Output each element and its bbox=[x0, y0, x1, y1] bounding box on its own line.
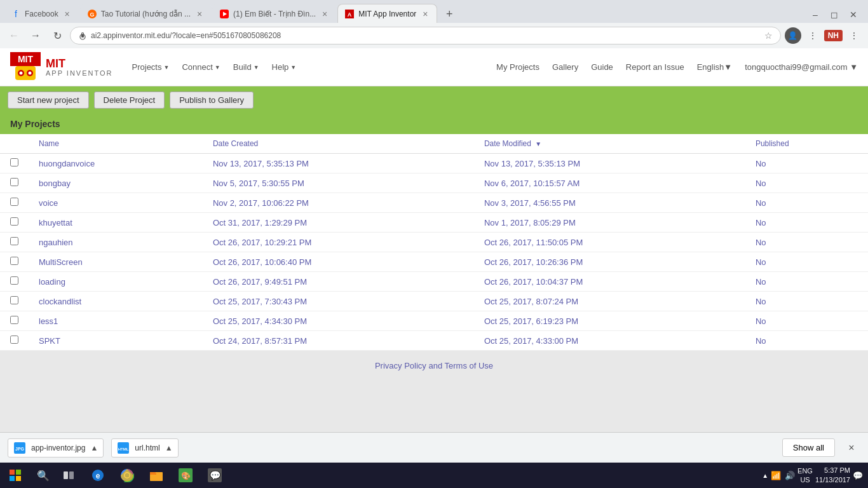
delete-project-button[interactable]: Delete Project bbox=[94, 92, 165, 109]
date-modified-column-header[interactable]: Date Modified ▼ bbox=[474, 134, 745, 154]
project-name-link[interactable]: ngauhien bbox=[39, 238, 73, 247]
nav-english[interactable]: English▼ bbox=[697, 62, 733, 72]
row-checkbox-4[interactable] bbox=[10, 237, 18, 245]
project-name-link[interactable]: bongbay bbox=[39, 179, 71, 188]
account-button[interactable]: 👤 bbox=[785, 27, 801, 44]
nav-connect[interactable]: Connect ▼ bbox=[182, 62, 220, 72]
nav-right: My Projects Gallery Guide Report an Issu… bbox=[496, 62, 858, 72]
download-expand-jpg[interactable]: ▲ bbox=[90, 444, 98, 452]
back-button[interactable]: ← bbox=[5, 27, 23, 44]
row-checkbox-5[interactable] bbox=[10, 257, 18, 265]
tab-close-app-inventor[interactable]: × bbox=[420, 9, 430, 19]
row-checkbox-8[interactable] bbox=[10, 316, 18, 324]
tab-youtube[interactable]: (1) Em Biết - Trịnh Đìn... × bbox=[212, 4, 337, 23]
menu-button[interactable]: ⋮ bbox=[845, 27, 863, 44]
taskbar-file-explorer[interactable] bbox=[142, 463, 170, 488]
nav-build[interactable]: Build ▼ bbox=[233, 62, 259, 72]
profile-badge[interactable]: NH bbox=[824, 30, 843, 41]
project-name-link[interactable]: SPKT bbox=[39, 336, 60, 346]
nav-guide[interactable]: Guide bbox=[591, 62, 613, 72]
new-tab-button[interactable]: + bbox=[440, 5, 458, 23]
row-checkbox-cell[interactable] bbox=[0, 292, 29, 311]
date-created-column-header[interactable]: Date Created bbox=[203, 134, 474, 154]
row-checkbox-1[interactable] bbox=[10, 178, 18, 186]
search-button[interactable]: 🔍 bbox=[31, 463, 56, 488]
nav-my-projects[interactable]: My Projects bbox=[496, 62, 539, 72]
select-all-header[interactable] bbox=[0, 134, 29, 154]
name-column-header[interactable]: Name bbox=[29, 134, 203, 154]
start-button[interactable] bbox=[0, 463, 31, 488]
tab-facebook[interactable]: f Facebook × bbox=[4, 4, 79, 23]
address-bar[interactable]: ai2.appinventor.mit.edu/?locale=en#50516… bbox=[70, 27, 781, 44]
user-email[interactable]: tongquocthai99@gmail.com ▼ bbox=[745, 62, 858, 72]
minimize-button[interactable]: – bbox=[807, 6, 824, 23]
taskbar-notification[interactable]: 💬 bbox=[201, 463, 229, 488]
tray-expand-arrow[interactable]: ▲ bbox=[762, 472, 768, 479]
show-all-button[interactable]: Show all bbox=[782, 438, 835, 457]
app-navbar: MIT MIT APP INVENTOR Projects ▼ bbox=[0, 48, 868, 86]
row-checkbox-cell[interactable] bbox=[0, 331, 29, 351]
privacy-policy-link[interactable]: Privacy Policy and Terms of Use bbox=[375, 361, 493, 370]
extensions-button[interactable]: ⋮ bbox=[804, 27, 822, 44]
forward-button[interactable]: → bbox=[27, 27, 44, 44]
nav-report-issue[interactable]: Report an Issue bbox=[626, 62, 684, 72]
download-expand-html[interactable]: ▲ bbox=[165, 444, 173, 452]
nav-connect-label: Connect bbox=[182, 62, 212, 72]
tab-title-app-inventor: MIT App Inventor bbox=[358, 10, 416, 18]
download-item-html[interactable]: HTML url.html ▲ bbox=[111, 438, 178, 458]
row-checkbox-cell[interactable] bbox=[0, 272, 29, 292]
published-column-header[interactable]: Published bbox=[745, 134, 868, 154]
row-checkbox-cell[interactable] bbox=[0, 173, 29, 193]
project-name-link[interactable]: clockandlist bbox=[39, 297, 81, 306]
reload-button[interactable]: ↻ bbox=[48, 27, 66, 44]
row-checkbox-cell[interactable] bbox=[0, 233, 29, 252]
project-name-link[interactable]: huongdanvoice bbox=[39, 159, 95, 168]
tab-tutorial[interactable]: G Tao Tutorial (hướng dẫn ... × bbox=[80, 4, 212, 23]
date-created-cell: Nov 5, 2017, 5:30:55 PM bbox=[203, 173, 474, 193]
start-new-project-button[interactable]: Start new project bbox=[8, 92, 89, 109]
nav-help[interactable]: Help ▼ bbox=[272, 62, 297, 72]
row-checkbox-cell[interactable] bbox=[0, 193, 29, 213]
nav-gallery[interactable]: Gallery bbox=[552, 62, 578, 72]
row-checkbox-0[interactable] bbox=[10, 158, 18, 166]
my-projects-header: My Projects bbox=[0, 114, 868, 134]
taskbar-paint[interactable]: 🎨 bbox=[172, 463, 200, 488]
row-checkbox-cell[interactable] bbox=[0, 311, 29, 331]
svg-point-14 bbox=[20, 71, 23, 74]
tab-close-tutorial[interactable]: × bbox=[194, 9, 205, 19]
row-checkbox-7[interactable] bbox=[10, 296, 18, 304]
task-view-button[interactable] bbox=[56, 463, 81, 488]
row-checkbox-cell[interactable] bbox=[0, 252, 29, 272]
project-name-link[interactable]: khuyettat bbox=[39, 218, 72, 227]
close-button[interactable]: ✕ bbox=[845, 6, 862, 23]
project-name-cell: MultiScreen bbox=[29, 252, 203, 272]
row-checkbox-cell[interactable] bbox=[0, 213, 29, 233]
row-checkbox-6[interactable] bbox=[10, 276, 18, 285]
project-name-link[interactable]: MultiScreen bbox=[39, 257, 83, 267]
row-checkbox-2[interactable] bbox=[10, 198, 18, 206]
taskbar-chrome[interactable] bbox=[113, 463, 141, 488]
publish-to-gallery-button[interactable]: Publish to Gallery bbox=[170, 92, 254, 109]
tab-close-youtube[interactable]: × bbox=[320, 9, 330, 19]
project-name-link[interactable]: less1 bbox=[39, 316, 58, 326]
project-name-link[interactable]: loading bbox=[39, 277, 65, 287]
tab-close-facebook[interactable]: × bbox=[62, 9, 72, 19]
row-checkbox-cell[interactable] bbox=[0, 154, 29, 173]
tab-app-inventor[interactable]: A MIT App Inventor × bbox=[337, 4, 437, 23]
row-checkbox-3[interactable] bbox=[10, 217, 18, 226]
tab-title-tutorial: Tao Tutorial (hướng dẫn ... bbox=[101, 10, 191, 18]
project-name-link[interactable]: voice bbox=[39, 198, 58, 208]
row-checkbox-9[interactable] bbox=[10, 336, 18, 344]
notification-center-icon[interactable]: 💬 bbox=[853, 471, 863, 480]
maximize-button[interactable]: ◻ bbox=[826, 6, 843, 23]
date-modified-cell: Oct 26, 2017, 10:04:37 PM bbox=[474, 272, 745, 292]
nav-projects[interactable]: Projects ▼ bbox=[132, 62, 170, 72]
date-created-cell: Nov 13, 2017, 5:35:13 PM bbox=[203, 154, 474, 173]
close-download-bar-button[interactable]: × bbox=[843, 439, 860, 457]
taskbar-ie[interactable]: e bbox=[84, 463, 112, 488]
bookmark-star-icon[interactable]: ☆ bbox=[764, 30, 773, 41]
published-cell: No bbox=[745, 173, 868, 193]
projects-table-container[interactable]: Name Date Created Date Modified ▼ Publis… bbox=[0, 134, 868, 351]
taskbar-apps: e 🎨 💬 bbox=[84, 463, 229, 488]
download-item-jpg[interactable]: JPG app-inventor.jpg ▲ bbox=[8, 438, 104, 458]
